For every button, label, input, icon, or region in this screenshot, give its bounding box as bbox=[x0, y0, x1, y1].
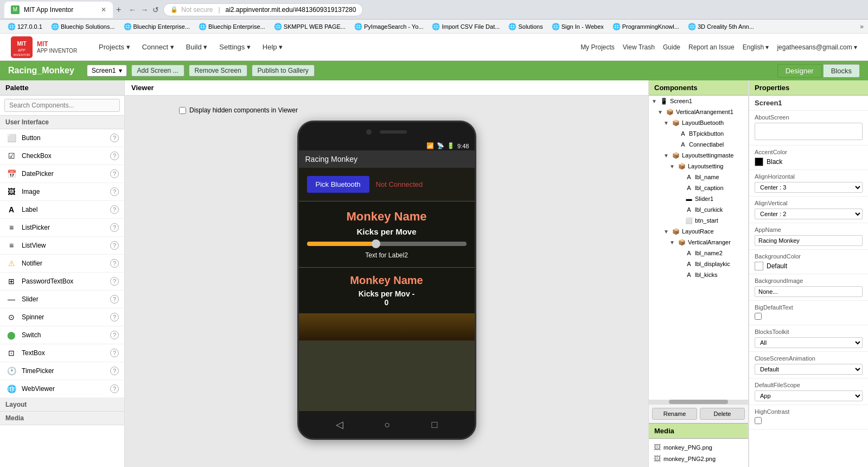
passwordtextbox-info[interactable]: ? bbox=[110, 277, 119, 286]
bookmark-3d[interactable]: 🌐3D Creality 5th Ann... bbox=[685, 22, 757, 31]
rename-button[interactable]: Rename bbox=[652, 408, 697, 420]
webviewer-info[interactable]: ? bbox=[110, 384, 119, 393]
address-bar[interactable]: 🔒 Not secure | ai2.appinventor.mit.edu/#… bbox=[163, 3, 363, 16]
prop-align-v-dropdown[interactable]: Center : 2 bbox=[755, 209, 863, 219]
bookmark-import[interactable]: 🌐Import CSV File Dat... bbox=[429, 22, 503, 31]
listview-info[interactable]: ? bbox=[110, 241, 119, 250]
back-button[interactable]: ← bbox=[129, 5, 136, 14]
spinner-info[interactable]: ? bbox=[110, 313, 119, 321]
slider-track[interactable] bbox=[307, 242, 467, 246]
bookmark-solutions[interactable]: 🌐Solutions bbox=[505, 22, 546, 31]
listpicker-info[interactable]: ? bbox=[110, 223, 119, 232]
tree-layout-bt[interactable]: ▼ 📦 LayoutBuetooth bbox=[649, 117, 748, 128]
prop-close-anim-dropdown[interactable]: Default bbox=[755, 364, 863, 375]
reload-button[interactable]: ↺ bbox=[152, 5, 159, 14]
tree-lbl-displaykic[interactable]: A lbl_displaykic bbox=[649, 258, 748, 269]
tree-layout-race[interactable]: ▼ 📦 LayoutRace bbox=[649, 226, 748, 237]
back-nav-icon[interactable]: ◁ bbox=[336, 419, 343, 431]
bookmark-pyimage[interactable]: 🌐PyImageSearch - Yo... bbox=[351, 22, 426, 31]
prop-appname-input[interactable] bbox=[755, 235, 863, 246]
nav-help[interactable]: Help ▾ bbox=[257, 40, 288, 54]
add-screen-button[interactable]: Add Screen ... bbox=[131, 65, 184, 77]
palette-item-label[interactable]: A Label ? bbox=[0, 201, 124, 219]
prop-blocks-toolkit-dropdown[interactable]: All bbox=[755, 337, 863, 348]
language-selector[interactable]: English ▾ bbox=[743, 43, 769, 51]
palette-item-image[interactable]: 🖼 Image ? bbox=[0, 183, 124, 201]
bookmark-bluechip2[interactable]: 🌐Bluechip Enterprise... bbox=[120, 22, 194, 31]
palette-item-webviewer[interactable]: 🌐 WebViewer ? bbox=[0, 380, 124, 398]
nav-settings[interactable]: Settings ▾ bbox=[214, 40, 256, 54]
palette-item-spinner[interactable]: ⊙ Spinner ? bbox=[0, 308, 124, 326]
designer-button[interactable]: Designer bbox=[777, 64, 822, 78]
switch-info[interactable]: ? bbox=[110, 331, 119, 339]
guide-link[interactable]: Guide bbox=[663, 43, 680, 51]
prop-about-input[interactable] bbox=[755, 123, 863, 140]
tree-layout-setting[interactable]: ▼ 📦 Layoutsetting bbox=[649, 161, 748, 172]
publish-gallery-button[interactable]: Publish to Gallery bbox=[252, 65, 315, 77]
tree-layout-setting-master[interactable]: ▼ 📦 Layoutsettingmaste bbox=[649, 150, 748, 161]
bookmark-home[interactable]: 🌐 127.0.0.1 bbox=[4, 22, 46, 31]
prop-high-contrast-checkbox[interactable] bbox=[755, 417, 762, 424]
palette-item-listview[interactable]: ≡ ListView ? bbox=[0, 237, 124, 255]
nav-projects[interactable]: Projects ▾ bbox=[93, 40, 136, 54]
components-scrollbar[interactable] bbox=[649, 400, 748, 404]
label-info[interactable]: ? bbox=[110, 205, 119, 214]
display-hidden-checkbox[interactable] bbox=[179, 107, 186, 114]
palette-item-notifier[interactable]: ⚠ Notifier ? bbox=[0, 255, 124, 273]
tree-lbl-kicks[interactable]: A lbl_kicks bbox=[649, 269, 748, 280]
toggle-layout-setting-master[interactable]: ▼ bbox=[663, 153, 670, 159]
textbox-info[interactable]: ? bbox=[110, 349, 119, 357]
recents-nav-icon[interactable]: □ bbox=[432, 419, 438, 431]
datepicker-info[interactable]: ? bbox=[110, 169, 119, 178]
forward-button[interactable]: → bbox=[141, 5, 148, 14]
toggle-screen1[interactable]: ▼ bbox=[652, 98, 658, 104]
tree-btn-start[interactable]: ⬜ btn_start bbox=[649, 215, 748, 226]
button-info[interactable]: ? bbox=[110, 134, 119, 142]
nav-connect[interactable]: Connect ▾ bbox=[137, 40, 180, 54]
toggle-layout-race[interactable]: ▼ bbox=[663, 229, 670, 235]
palette-item-button[interactable]: ⬜ Button ? bbox=[0, 129, 124, 147]
palette-item-slider[interactable]: — Slider ? bbox=[0, 291, 124, 308]
prop-align-h-dropdown[interactable]: Center : 3 bbox=[755, 182, 863, 193]
remove-screen-button[interactable]: Remove Screen bbox=[189, 65, 247, 77]
tree-slider1[interactable]: ▬ Slider1 bbox=[649, 193, 748, 204]
tree-lbl-name[interactable]: A lbl_name bbox=[649, 172, 748, 182]
view-trash-link[interactable]: View Trash bbox=[623, 43, 655, 51]
tree-vertical-arranger[interactable]: ▼ 📦 VerticalArranger bbox=[649, 237, 748, 248]
tree-vertical-arr1[interactable]: ▼ 📦 VerticalArrangement1 bbox=[649, 106, 748, 117]
palette-item-datepicker[interactable]: 📅 DatePicker ? bbox=[0, 165, 124, 183]
tree-connectlabel[interactable]: A Connectlabel bbox=[649, 139, 748, 150]
search-components-input[interactable] bbox=[4, 99, 120, 112]
bookmark-bluechip3[interactable]: 🌐Bluechip Enterprise... bbox=[195, 22, 269, 31]
palette-item-checkbox[interactable]: ☑ CheckBox ? bbox=[0, 147, 124, 165]
toggle-layout-setting[interactable]: ▼ bbox=[669, 163, 676, 169]
bg-color-swatch[interactable] bbox=[755, 262, 763, 270]
palette-item-listpicker[interactable]: ≡ ListPicker ? bbox=[0, 219, 124, 237]
tree-lbl-caption[interactable]: A lbl_caption bbox=[649, 182, 748, 193]
tab-close-button[interactable]: ✕ bbox=[101, 6, 106, 14]
prop-file-scope-dropdown[interactable]: App bbox=[755, 390, 863, 401]
bookmark-skmppl[interactable]: 🌐SKMPPL WEB PAGE... bbox=[271, 22, 349, 31]
prop-big-default-checkbox[interactable] bbox=[755, 313, 762, 320]
prop-bg-image-input[interactable] bbox=[755, 286, 863, 297]
palette-item-timepicker[interactable]: 🕐 TimePicker ? bbox=[0, 362, 124, 380]
report-issue-link[interactable]: Report an Issue bbox=[688, 43, 735, 51]
palette-item-switch[interactable]: ⬤ Switch ? bbox=[0, 326, 124, 344]
palette-item-textbox[interactable]: ⊡ TextBox ? bbox=[0, 344, 124, 362]
my-projects-link[interactable]: My Projects bbox=[580, 43, 615, 51]
accent-color-swatch[interactable] bbox=[755, 157, 763, 166]
toggle-vertical-arr1[interactable]: ▼ bbox=[658, 109, 664, 115]
image-info[interactable]: ? bbox=[110, 187, 119, 196]
user-account[interactable]: jegatheesans@gmail.com ▾ bbox=[777, 43, 857, 51]
bookmarks-more[interactable]: » bbox=[860, 23, 864, 30]
tree-btpick[interactable]: A BTpickbutton bbox=[649, 128, 748, 139]
delete-button[interactable]: Delete bbox=[700, 408, 745, 420]
slider-info[interactable]: ? bbox=[110, 295, 119, 304]
nav-build[interactable]: Build ▾ bbox=[181, 40, 213, 54]
screen-dropdown[interactable]: Screen1 ▾ bbox=[87, 65, 127, 77]
notifier-info[interactable]: ? bbox=[110, 259, 119, 268]
bookmark-bluechip1[interactable]: 🌐Bluechip Solutions... bbox=[48, 22, 118, 31]
tree-screen1[interactable]: ▼ 📱 Screen1 bbox=[649, 96, 748, 106]
tree-lbl-curkick[interactable]: A lbl_curkick bbox=[649, 204, 748, 215]
new-tab-button[interactable]: + bbox=[116, 5, 121, 15]
